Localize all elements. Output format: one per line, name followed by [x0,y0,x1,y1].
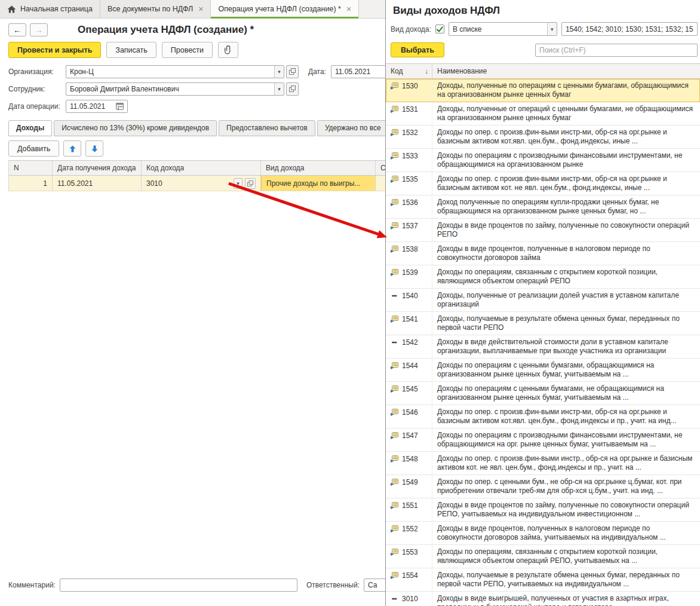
income-kind-row[interactable]: 1540 Доходы, полученные от реализации до… [386,289,700,312]
organization-field[interactable]: Крон-Ц ▾ [66,65,284,78]
open-icon[interactable] [286,82,299,96]
employee-value: Боровой Дмитрий Валентинович [66,85,274,93]
move-up-button[interactable] [63,140,81,157]
income-date-cell[interactable]: 11.05.2021 [53,176,142,191]
income-kind-code: 1540 [402,292,418,300]
filter-mode-value: В списке [449,25,547,33]
income-kind-row[interactable]: 1538 Доходы в виде процентов, полученные… [386,242,700,265]
income-kind-row[interactable]: 1537 Доходы в виде процентов по займу, п… [386,219,700,242]
operation-date-field[interactable]: 11.05.2021 [66,100,128,113]
income-kind-row[interactable]: 1542 Доходы в виде действительной стоимо… [386,335,700,359]
dropdown-icon[interactable]: ▾ [234,178,242,189]
code-header-label: Код [391,67,403,75]
close-icon[interactable]: × [198,5,203,13]
income-kind-row[interactable]: 1548 Доходы по опер. с произв.фин-выми и… [386,452,700,475]
column-header-income-date[interactable]: Дата получения дохода [53,161,142,175]
post-and-close-button[interactable]: Провести и закрыть [8,42,101,58]
income-kind-row[interactable]: 1549 Доходы по опер. с ценными бум., не … [386,475,700,498]
column-header-income-kind[interactable]: Вид дохода [261,161,376,175]
filter-mode-select[interactable]: В списке ▾ [449,22,557,36]
income-kind-code: 1552 [402,525,418,533]
dropdown-icon[interactable]: ▾ [547,23,557,35]
income-kind-row[interactable]: 1554 Доходы, получаемые в результате обм… [386,568,700,592]
add-row-button[interactable]: Добавить [8,140,59,157]
employee-field[interactable]: Боровой Дмитрий Валентинович ▾ [66,82,284,96]
income-kind-name: Доход полученные по операциям купли-прод… [432,195,700,218]
income-kind-name: Доходы, полученные от реализации долей у… [432,289,700,311]
open-squares-icon [289,85,296,92]
income-kind-row[interactable]: 1553 Доходы по операциям, связанным с от… [386,545,700,568]
arrow-up-icon [69,145,76,152]
income-kind-code: 1541 [402,315,418,323]
income-kind-name: Доходы по операциям, связанным с открыти… [432,265,700,288]
income-kind-code-cell: 1549 [386,475,432,498]
filter-label: Вид дохода: [391,25,431,33]
open-squares-icon [289,68,296,75]
income-kind-cell[interactable]: Прочие доходы по выигры... [261,176,376,191]
income-kind-row[interactable]: 1533 Доходы по операциям с производными … [386,149,700,172]
tab-incomes[interactable]: Доходы [8,120,52,136]
dropdown-icon[interactable]: ▾ [274,66,284,78]
write-button[interactable]: Записать [106,42,156,58]
comment-field[interactable] [60,579,297,592]
income-kind-name: Доходы, полученные по операциям с ценным… [432,79,700,102]
tab-withheld[interactable]: Удержано по все [317,120,389,136]
calendar-icon[interactable] [116,102,124,110]
search-input[interactable] [535,44,698,57]
income-kind-row[interactable]: 1532 Доходы по опер. с произв.фин-выми и… [386,126,700,149]
income-kind-code: 1532 [402,128,418,137]
income-code-cell[interactable]: 3010 ▾ [142,176,261,191]
open-icon[interactable] [245,178,256,189]
column-header-name[interactable]: Наименование [432,67,492,75]
income-kind-row[interactable]: 1544 Доходы по операциям с ценными бумаг… [386,359,700,382]
income-kind-code-cell: 1540 [386,289,432,311]
column-header-n[interactable]: N [9,161,53,175]
income-kind-row[interactable]: 1531 Доходы, полученные от операций с це… [386,102,700,126]
income-kind-code: 1536 [402,198,418,207]
income-kind-row[interactable]: 3010 Доходы в виде выигрышей, полученных… [386,592,700,606]
income-kind-row[interactable]: 1552 Доходы в виде процентов, полученных… [386,522,700,545]
table-row[interactable]: 1 11.05.2021 3010 ▾ Прочие доходы по выи… [8,176,426,191]
income-kind-row[interactable]: 1547 Доходы по операциям с производными … [386,429,700,452]
app-root: Начальная страница Все документы по НДФЛ… [0,0,700,606]
income-kind-code-cell: 1544 [386,359,432,381]
income-kind-row[interactable]: 1551 Доходы в виде процентов по займу, п… [386,498,700,522]
tab-all-ndfl-documents[interactable]: Все документы по НДФЛ × [100,0,211,18]
income-kind-name: Доходы по операциям с ценными бумагами, … [432,382,700,405]
attachments-button[interactable] [218,42,238,58]
back-button[interactable]: ← [8,23,26,36]
filter-codes-field[interactable] [561,22,698,36]
select-button[interactable]: Выбрать [391,42,444,57]
income-kind-row[interactable]: 1530 Доходы, полученные по операциям с ц… [386,79,700,102]
income-kind-row[interactable]: 1539 Доходы по операциям, связанным с от… [386,265,700,289]
income-kind-row[interactable]: 1541 Доходы, получаемые в результате обм… [386,312,700,335]
list-item-icon [391,502,398,511]
tab-ndfl-operation[interactable]: Операция учета НДФЛ (создание) * × [211,0,359,18]
column-header-code[interactable]: Код ↓ [386,64,432,78]
tab-calculated-13-30[interactable]: Исчислено по 13% (30%) кроме дивидендов [54,120,217,136]
income-kind-code-cell: 1536 [386,195,432,218]
column-header-income-code[interactable]: Код дохода [142,161,261,175]
post-button[interactable]: Провести [162,42,213,58]
income-kind-row[interactable]: 1536 Доход полученные по операциям купли… [386,195,700,219]
income-kind-name: Доходы в виде процентов, полученных в на… [432,522,700,544]
income-kind-row[interactable]: 1546 Доходы по опер. с произв.фин-выми и… [386,405,700,429]
sort-desc-icon[interactable]: ↓ [425,68,429,75]
income-kind-name: Доходы по операциям с ценными бумагами, … [432,359,700,381]
dropdown-icon[interactable]: ▾ [274,83,284,95]
tab-deductions-provided[interactable]: Предоставлено вычетов [219,120,315,136]
income-kind-code: 1554 [402,571,418,580]
income-kind-row[interactable]: 1535 Доходы по опер. с произв.фин-выми и… [386,172,700,195]
income-kind-code-cell: 1532 [386,126,432,148]
tab-home-page[interactable]: Начальная страница [0,0,100,18]
page-title: Операция учета НДФЛ (создание) * [78,24,254,36]
open-icon[interactable] [286,65,299,78]
forward-button[interactable]: → [30,23,48,36]
income-kind-code-cell: 1554 [386,568,432,591]
close-icon[interactable]: × [346,5,351,13]
income-kind-name: Доходы по опер. с произв.фин-выми инстр-… [432,126,700,148]
income-kind-row[interactable]: 1545 Доходы по операциям с ценными бумаг… [386,382,700,405]
move-down-button[interactable] [85,140,103,157]
dash-icon [391,292,398,301]
filter-checkbox[interactable] [435,25,444,33]
